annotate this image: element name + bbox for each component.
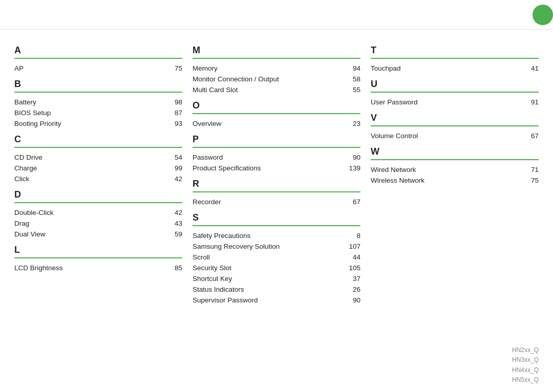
index-page: 44 (345, 253, 360, 261)
model-numbers: HN2xx_QHN3xx_QHN4xx_QHN5xx_Q (512, 345, 539, 385)
section-letter-U: U (371, 79, 539, 90)
index-term: Safety Precautions (193, 232, 250, 239)
section-divider-R (193, 191, 360, 192)
index-row: Samsung Recovery Solution107 (193, 241, 360, 252)
index-term: Drag (14, 220, 29, 227)
index-row: Volume Control67 (371, 130, 539, 141)
index-term: BIOS Setup (14, 109, 51, 117)
index-page: 90 (345, 296, 360, 304)
index-page: 26 (345, 286, 360, 293)
model-number: HN4xx_Q (512, 365, 539, 375)
index-term: Security Slot (193, 264, 231, 272)
index-row: BIOS Setup87 (14, 107, 182, 118)
index-term: Wired Network (371, 166, 416, 173)
index-page: 107 (345, 243, 360, 250)
index-row: Recorder67 (193, 197, 360, 207)
section-letter-B: B (14, 79, 182, 90)
index-row: Product Specifications139 (193, 163, 360, 173)
index-term: AP (14, 64, 24, 72)
index-page: 8 (345, 232, 360, 239)
index-term: Double-Click (14, 209, 54, 216)
section-letter-W: W (371, 146, 539, 157)
section-divider-U (371, 92, 539, 93)
index-page: 37 (345, 275, 360, 282)
index-row: Overview23 (193, 118, 360, 129)
index-page: 43 (167, 220, 182, 227)
index-row: Supervisor Password90 (193, 295, 360, 306)
index-term: Touchpad (371, 64, 401, 72)
index-row: User Password91 (371, 97, 539, 107)
column-2: MMemory94Monitor Connection / Output58Mu… (193, 40, 371, 387)
index-row: Safety Precautions8 (193, 230, 360, 241)
section-divider-C (14, 147, 182, 148)
index-row: Wireless Network75 (371, 175, 539, 186)
index-row: Memory94 (193, 63, 360, 74)
index-row: Battery98 (14, 97, 182, 107)
index-page: 75 (523, 177, 539, 184)
index-page: 98 (167, 98, 182, 106)
index-term: Shortcut Key (193, 275, 232, 282)
section-letter-C: C (14, 134, 182, 145)
index-page: 91 (523, 98, 539, 106)
index-row: Click42 (14, 173, 182, 184)
index-page: 85 (167, 264, 182, 272)
index-term: Charge (14, 164, 37, 172)
section-letter-M: M (193, 45, 360, 56)
index-term: Battery (14, 98, 36, 106)
index-row: CD Drive54 (14, 152, 182, 163)
index-row: Security Slot105 (193, 263, 360, 273)
index-page: 54 (167, 154, 182, 161)
index-row: Double-Click42 (14, 207, 182, 218)
index-term: Samsung Recovery Solution (193, 243, 280, 250)
section-letter-S: S (193, 212, 360, 223)
index-page: 67 (345, 198, 360, 206)
index-page: 94 (345, 64, 360, 72)
index-term: Recorder (193, 198, 221, 206)
index-row: Monitor Connection / Output58 (193, 74, 360, 84)
index-term: Password (193, 154, 223, 161)
index-term: Monitor Connection / Output (193, 75, 279, 83)
index-content: AAP75BBattery98BIOS Setup87Booting Prior… (0, 30, 553, 392)
index-term: Multi Card Slot (193, 86, 238, 94)
section-divider-D (14, 202, 182, 203)
section-divider-A (14, 58, 182, 59)
index-page: 42 (167, 209, 182, 216)
index-term: Supervisor Password (193, 296, 258, 304)
section-letter-V: V (371, 113, 539, 123)
index-term: Booting Priority (14, 120, 61, 127)
index-row: Multi Card Slot55 (193, 84, 360, 95)
index-row: Drag43 (14, 218, 182, 229)
section-divider-P (193, 147, 360, 148)
index-row: Dual View59 (14, 229, 182, 239)
index-page: 105 (345, 264, 360, 272)
index-term: User Password (371, 98, 418, 106)
index-term: LCD Brightness (14, 264, 63, 272)
index-term: Product Specifications (193, 164, 261, 172)
index-term: Dual View (14, 230, 46, 238)
index-page: 93 (167, 120, 182, 127)
section-letter-R: R (193, 179, 360, 189)
chapter-label (528, 11, 533, 19)
index-term: Overview (193, 120, 221, 127)
index-page: 90 (345, 154, 360, 161)
index-term: Volume Control (371, 132, 418, 140)
section-letter-T: T (371, 45, 539, 56)
section-divider-M (193, 58, 360, 59)
index-page: 71 (523, 166, 539, 173)
index-row: Scroll44 (193, 252, 360, 263)
index-row: Status Indicators26 (193, 284, 360, 295)
index-page: 99 (167, 164, 182, 172)
index-page: 139 (345, 164, 360, 172)
model-number: HN2xx_Q (512, 345, 539, 355)
index-page: 58 (345, 75, 360, 83)
section-divider-B (14, 92, 182, 93)
column-1: AAP75BBattery98BIOS Setup87Booting Prior… (14, 40, 193, 387)
section-divider-L (14, 257, 182, 258)
section-divider-W (371, 159, 539, 160)
column-3: TTouchpad41UUser Password91VVolume Contr… (371, 40, 539, 387)
page-badge (533, 5, 553, 25)
index-row: AP75 (14, 63, 182, 74)
header-right (528, 5, 553, 25)
index-page: 41 (523, 64, 539, 72)
index-page: 75 (167, 64, 182, 72)
